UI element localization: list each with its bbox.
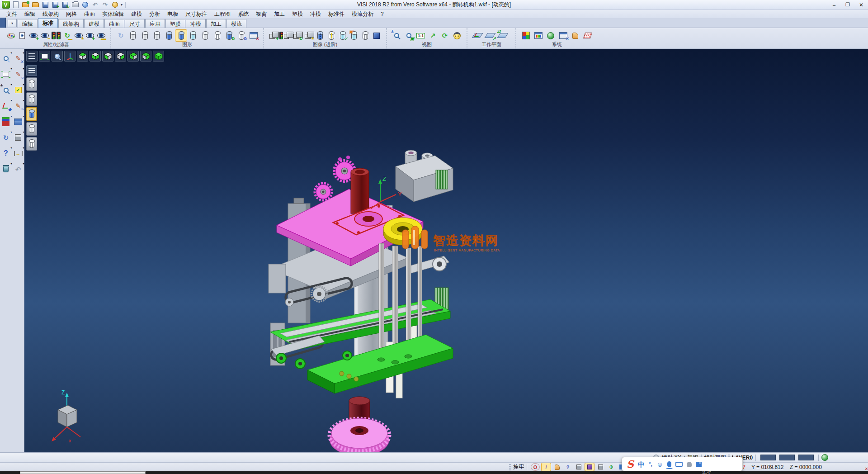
solids-traffic-icon[interactable] [279,30,291,41]
edit-pencil-icon[interactable]: ✎○ [13,68,24,80]
zoom-arrow-icon[interactable]: ↗ [427,30,439,41]
cylinder-outline-4-icon[interactable] [200,30,211,41]
strip-cylinder-b-icon[interactable] [26,92,37,106]
window-colors-icon[interactable] [533,30,544,41]
model-3d-assembly[interactable]: Z Y Z x 智造资料网 [24,49,868,452]
zoom-dynamic-icon[interactable] [0,52,12,64]
cube-blue-icon[interactable] [372,30,382,41]
tab-dropdown-button[interactable]: ▼ [8,19,17,27]
status-swatch-3[interactable] [798,455,814,460]
lock-toggle[interactable]: 拴牢 [513,463,524,471]
cube-back-icon[interactable] [140,51,151,62]
strip-cylinder-a-icon[interactable] [26,77,37,91]
print-icon[interactable] [71,1,80,9]
measure-distance-icon[interactable]: ↔ [13,147,24,159]
zoom-solids-icon[interactable]: ▣ [403,30,415,41]
strip-cylinder-c-icon[interactable] [26,122,37,136]
regen-view-icon[interactable]: ↻ [0,132,12,143]
attributes-books-icon[interactable] [0,116,12,128]
workplane-axes-icon[interactable] [472,30,483,41]
cube-right-icon[interactable] [115,51,126,62]
menu-modeling[interactable]: 建模 [127,10,146,18]
menu-progress[interactable]: 冲模 [307,10,325,18]
show-plusminus-icon[interactable]: ± [73,30,84,41]
ime-mic-icon[interactable] [667,461,671,467]
menu-drawing[interactable]: 工程图 [211,10,234,18]
ime-logo-icon[interactable]: S [627,459,634,469]
save-small-icon[interactable] [596,463,605,471]
ime-emoji-icon[interactable]: ☺ [656,461,663,468]
ime-punct-toggle[interactable]: °, [649,461,652,467]
ime-lang-toggle[interactable]: 中 [638,461,645,468]
open-copy-icon[interactable] [31,1,40,9]
tab-wireframe[interactable]: 线架构 [58,19,84,28]
print-preview-icon[interactable] [81,1,90,9]
refresh-filter-icon[interactable]: ↻▬ [62,30,72,41]
taskbar-search-box[interactable] [20,471,146,474]
curve-pencil-icon[interactable]: ✎~ [13,100,24,112]
zoom-plusminus-icon[interactable]: ± [391,30,402,41]
cube-iso-solid-icon[interactable] [153,51,164,62]
cube-front-icon[interactable] [127,51,139,62]
model-top-right-block[interactable] [396,150,453,202]
menu-window[interactable]: 视窗 [252,10,270,18]
tab-machining[interactable]: 加工 [206,19,226,28]
show-all-plus-icon[interactable]: + [85,30,95,41]
save-icon[interactable] [41,1,50,9]
redo-icon[interactable]: ↷ [101,1,109,9]
open-file-icon[interactable] [21,1,30,9]
menu-standard-parts[interactable]: 标准件 [325,10,348,18]
cylinder-outline-1-icon[interactable] [127,30,139,41]
model-right-link[interactable] [406,256,449,340]
solids-plusminus-icon[interactable]: ± [303,30,314,41]
strip-cylinder-striped-icon[interactable] [26,137,37,151]
zoom-fit-icon[interactable] [39,51,50,62]
page-visibility-icon[interactable] [17,30,28,41]
stamp-hand-icon[interactable] [552,463,561,471]
qat-dropdown-icon[interactable]: ▾ [121,3,123,7]
minimize-button[interactable]: – [827,0,841,9]
menu-analysis[interactable]: 分析 [146,10,164,18]
delete-trash-icon[interactable] [0,163,12,175]
filter-palette-icon[interactable] [6,30,16,41]
window-tools-icon[interactable]: ✕ [248,30,259,41]
ime-toolbox-icon[interactable] [696,462,702,467]
cylinder-outline-3-icon[interactable] [151,30,163,41]
tab-application[interactable]: 应用 [145,19,165,28]
undo-last-icon[interactable]: ↶ [13,163,24,175]
menu-dimension[interactable]: 尺寸标注 [182,10,211,18]
zoom-window-icon[interactable] [0,68,12,80]
cube-bottom-icon[interactable] [90,51,101,62]
tab-dimension[interactable]: 尺寸 [125,19,145,28]
ime-keyboard-icon[interactable] [675,462,683,467]
help-small-icon[interactable]: ? [563,463,572,471]
ok-circle-icon[interactable]: ⊕ [607,463,616,471]
globe-settings-icon[interactable] [545,30,557,41]
cylinder-cyan-icon[interactable] [188,30,199,41]
tab-surface[interactable]: 曲面 [104,19,124,28]
view-axes-icon[interactable] [64,51,75,62]
grid-window-icon[interactable] [13,116,24,128]
maximize-button[interactable]: ❐ [841,0,854,9]
cylinder-blue-selected-icon[interactable] [175,30,187,41]
show-remove-icon[interactable]: − [40,30,50,41]
history-icon[interactable] [111,1,119,9]
visi-logo-icon[interactable]: V [1,1,10,9]
status-swatch-1[interactable] [760,455,776,460]
cube-left-icon[interactable] [102,51,113,62]
menu-machining[interactable]: 加工 [270,10,288,18]
menu-wireframe[interactable]: 线架构 [39,10,62,18]
save-sync-icon[interactable] [61,1,70,9]
solids-add-icon[interactable]: + [268,30,278,41]
tab-progress[interactable]: 冲模 [186,19,206,28]
save-as-icon[interactable] [51,1,60,9]
menu-edit[interactable]: 编辑 [21,10,39,18]
window-workplane-icon[interactable]: ✕ [557,30,569,41]
close-button[interactable]: ✕ [854,0,868,9]
menu-system[interactable]: 系统 [234,10,252,18]
cylinder-striped-icon[interactable] [212,30,223,41]
new-file-icon[interactable] [11,1,20,9]
menu-electrode[interactable]: 电极 [164,10,182,18]
globe-status-icon[interactable] [821,454,828,461]
tab-standard[interactable]: 标准 [38,18,58,28]
